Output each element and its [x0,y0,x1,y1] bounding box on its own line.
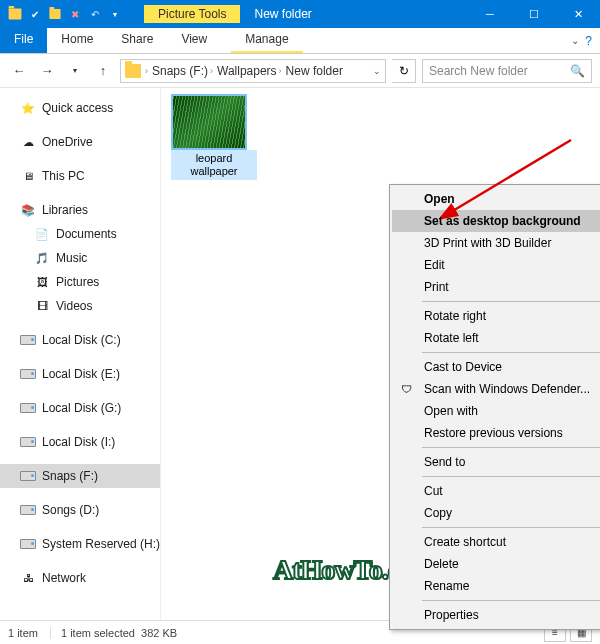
menu-create-shortcut[interactable]: Create shortcut [392,531,600,553]
sidebar-item-documents[interactable]: 📄Documents [0,222,160,246]
qat-delete-icon[interactable]: ✖ [66,5,84,23]
back-button[interactable]: ← [8,60,30,82]
menu-separator [422,352,600,353]
content-pane[interactable]: leopardwallpaper Open Set as desktop bac… [160,88,600,620]
sidebar-item-disk-e[interactable]: Local Disk (E:) [0,362,160,386]
quick-access-toolbar: ✔ ✖ ↶ ▼ [0,5,124,23]
sidebar-item-disk-i[interactable]: Local Disk (I:) [0,430,160,454]
minimize-button[interactable]: ─ [468,0,512,28]
up-button[interactable]: ↑ [92,60,114,82]
help-icon[interactable]: ? [585,34,592,48]
menu-send-to[interactable]: Send to› [392,451,600,473]
address-bar[interactable]: › Snaps (F:) › Wallpapers › New folder ⌄ [120,59,386,83]
tab-share[interactable]: Share [107,28,167,53]
cloud-icon: ☁ [20,134,36,150]
drive-icon [20,536,36,552]
drive-icon [20,502,36,518]
address-row: ← → ▾ ↑ › Snaps (F:) › Wallpapers › New … [0,54,600,88]
menu-properties[interactable]: Properties [392,604,600,626]
folder-icon [125,64,141,78]
sidebar-item-disk-c[interactable]: Local Disk (C:) [0,328,160,352]
star-icon: ⭐ [20,100,36,116]
menu-copy[interactable]: Copy [392,502,600,524]
menu-rotate-left[interactable]: Rotate left [392,327,600,349]
drive-icon [20,468,36,484]
menu-rotate-right[interactable]: Rotate right [392,305,600,327]
menu-open[interactable]: Open [392,188,600,210]
menu-separator [422,476,600,477]
qat-pin-icon[interactable] [46,5,64,23]
close-button[interactable]: ✕ [556,0,600,28]
videos-icon: 🎞 [34,298,50,314]
menu-scan-defender[interactable]: 🛡Scan with Windows Defender... [392,378,600,400]
qat-dropdown-icon[interactable]: ▼ [106,5,124,23]
menu-edit[interactable]: Edit [392,254,600,276]
navigation-pane: ⭐Quick access ☁OneDrive 🖥This PC 📚Librar… [0,88,160,620]
breadcrumb[interactable]: Snaps (F:) › [152,64,213,78]
refresh-button[interactable]: ↻ [392,59,416,83]
sidebar-item-snaps[interactable]: Snaps (F:) [0,464,160,488]
sidebar-item-music[interactable]: 🎵Music [0,246,160,270]
tab-view[interactable]: View [167,28,221,53]
menu-3d-print[interactable]: 3D Print with 3D Builder [392,232,600,254]
explorer-body: ⭐Quick access ☁OneDrive 🖥This PC 📚Librar… [0,88,600,620]
addr-dropdown-icon[interactable]: ⌄ [373,66,381,76]
sidebar-item-disk-g[interactable]: Local Disk (G:) [0,396,160,420]
menu-separator [422,527,600,528]
ribbon-chevron-icon[interactable]: ⌄ [571,35,579,46]
titlebar: ✔ ✖ ↶ ▼ Picture Tools New folder ─ ☐ ✕ [0,0,600,28]
sidebar-item-songs[interactable]: Songs (D:) [0,498,160,522]
pc-icon: 🖥 [20,168,36,184]
search-placeholder: Search New folder [429,64,528,78]
search-icon: 🔍 [570,64,585,78]
menu-print[interactable]: Print [392,276,600,298]
network-icon: 🖧 [20,570,36,586]
qat-undo-icon[interactable]: ↶ [86,5,104,23]
drive-icon [20,434,36,450]
menu-cut[interactable]: Cut [392,480,600,502]
file-label: leopardwallpaper [171,150,257,180]
drive-icon [20,332,36,348]
picture-tools-tab[interactable]: Picture Tools [144,5,240,23]
menu-set-desktop-background[interactable]: Set as desktop background [392,210,600,232]
sidebar-item-videos[interactable]: 🎞Videos [0,294,160,318]
menu-separator [422,447,600,448]
window-controls: ─ ☐ ✕ [468,0,600,28]
drive-icon [20,366,36,382]
menu-separator [422,600,600,601]
menu-cast-to-device[interactable]: Cast to Device› [392,356,600,378]
sidebar-item-pictures[interactable]: 🖼Pictures [0,270,160,294]
maximize-button[interactable]: ☐ [512,0,556,28]
tab-file[interactable]: File [0,28,47,53]
breadcrumb[interactable]: New folder [286,64,343,78]
search-input[interactable]: Search New folder 🔍 [422,59,592,83]
file-thumbnail [171,94,247,150]
sidebar-item-libraries[interactable]: 📚Libraries [0,198,160,222]
file-item-leopard-wallpaper[interactable]: leopardwallpaper [171,94,257,180]
menu-delete[interactable]: Delete [392,553,600,575]
sidebar-item-quick-access[interactable]: ⭐Quick access [0,96,160,120]
drive-icon [20,400,36,416]
sidebar-item-this-pc[interactable]: 🖥This PC [0,164,160,188]
sidebar-item-network[interactable]: 🖧Network [0,566,160,590]
menu-restore-versions[interactable]: Restore previous versions [392,422,600,444]
status-item-count: 1 item [8,627,51,639]
tab-home[interactable]: Home [47,28,107,53]
sidebar-item-onedrive[interactable]: ☁OneDrive [0,130,160,154]
tab-manage[interactable]: Manage [231,28,302,53]
shield-icon: 🛡 [398,383,414,395]
sidebar-item-system-reserved[interactable]: System Reserved (H:) [0,532,160,556]
music-icon: 🎵 [34,250,50,266]
pictures-icon: 🖼 [34,274,50,290]
menu-rename[interactable]: Rename [392,575,600,597]
context-menu: Open Set as desktop background 3D Print … [389,184,600,630]
document-icon: 📄 [34,226,50,242]
forward-button[interactable]: → [36,60,58,82]
qat-folder-icon[interactable] [6,5,24,23]
window-title: New folder [254,7,311,21]
recent-dropdown[interactable]: ▾ [64,60,86,82]
breadcrumb[interactable]: Wallpapers › [217,64,282,78]
libraries-icon: 📚 [20,202,36,218]
qat-check-icon[interactable]: ✔ [26,5,44,23]
menu-open-with[interactable]: Open with› [392,400,600,422]
